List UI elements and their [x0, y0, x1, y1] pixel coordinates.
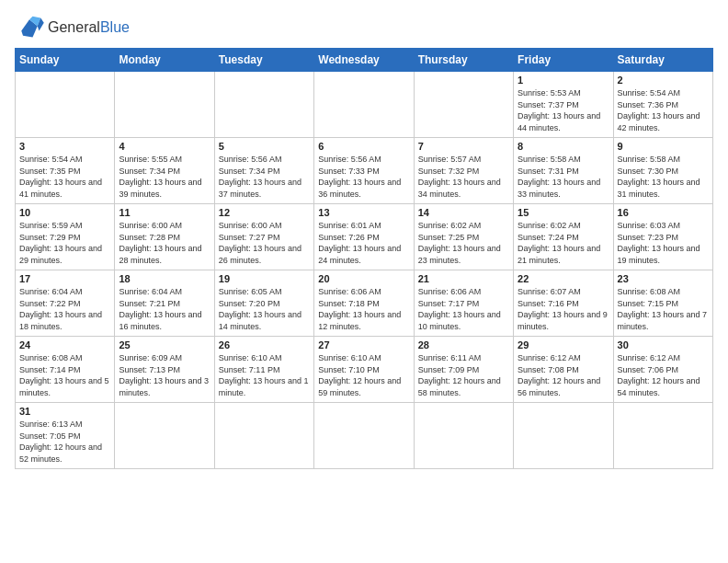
- day-info: Sunrise: 5:58 AM Sunset: 7:31 PM Dayligh…: [518, 154, 609, 200]
- day-info: Sunrise: 6:07 AM Sunset: 7:16 PM Dayligh…: [518, 286, 609, 332]
- weekday-header-sunday: Sunday: [16, 49, 115, 72]
- calendar-cell: 22Sunrise: 6:07 AM Sunset: 7:16 PM Dayli…: [514, 270, 613, 337]
- calendar-cell: [214, 72, 313, 138]
- calendar-cell: 12Sunrise: 6:00 AM Sunset: 7:27 PM Dayli…: [214, 204, 313, 270]
- calendar-cell: [414, 72, 513, 138]
- weekday-header-monday: Monday: [115, 49, 214, 72]
- day-info: Sunrise: 6:08 AM Sunset: 7:14 PM Dayligh…: [19, 352, 110, 398]
- day-info: Sunrise: 6:11 AM Sunset: 7:09 PM Dayligh…: [418, 352, 509, 398]
- day-number: 21: [418, 273, 509, 284]
- calendar-cell: 27Sunrise: 6:10 AM Sunset: 7:10 PM Dayli…: [314, 337, 414, 403]
- day-info: Sunrise: 5:54 AM Sunset: 7:36 PM Dayligh…: [618, 87, 709, 133]
- calendar-cell: [414, 403, 513, 469]
- day-info: Sunrise: 6:05 AM Sunset: 7:20 PM Dayligh…: [219, 286, 310, 332]
- calendar-cell: 8Sunrise: 5:58 AM Sunset: 7:31 PM Daylig…: [514, 138, 613, 204]
- day-number: 26: [219, 339, 310, 350]
- calendar-cell: 14Sunrise: 6:02 AM Sunset: 7:25 PM Dayli…: [414, 204, 513, 270]
- calendar-cell: [314, 403, 414, 469]
- day-number: 11: [119, 207, 210, 218]
- day-info: Sunrise: 6:13 AM Sunset: 7:05 PM Dayligh…: [19, 419, 110, 465]
- day-number: 4: [119, 141, 210, 152]
- logo-icon: [15, 15, 44, 40]
- calendar-cell: 31Sunrise: 6:13 AM Sunset: 7:05 PM Dayli…: [16, 403, 115, 469]
- day-number: 23: [618, 273, 709, 284]
- calendar-cell: [613, 403, 712, 469]
- weekday-header-saturday: Saturday: [613, 49, 712, 72]
- day-info: Sunrise: 6:08 AM Sunset: 7:15 PM Dayligh…: [618, 286, 709, 332]
- calendar-cell: 28Sunrise: 6:11 AM Sunset: 7:09 PM Dayli…: [414, 337, 513, 403]
- day-number: 17: [19, 273, 110, 284]
- calendar-cell: 24Sunrise: 6:08 AM Sunset: 7:14 PM Dayli…: [16, 337, 115, 403]
- day-number: 6: [318, 141, 409, 152]
- calendar-cell: 16Sunrise: 6:03 AM Sunset: 7:23 PM Dayli…: [613, 204, 712, 270]
- day-info: Sunrise: 6:04 AM Sunset: 7:21 PM Dayligh…: [119, 286, 210, 332]
- day-number: 13: [318, 207, 409, 218]
- calendar-cell: 5Sunrise: 5:56 AM Sunset: 7:34 PM Daylig…: [214, 138, 313, 204]
- day-number: 22: [518, 273, 609, 284]
- calendar-cell: 4Sunrise: 5:55 AM Sunset: 7:34 PM Daylig…: [115, 138, 214, 204]
- day-number: 24: [19, 339, 110, 350]
- day-number: 14: [418, 207, 509, 218]
- calendar-cell: 20Sunrise: 6:06 AM Sunset: 7:18 PM Dayli…: [314, 270, 414, 337]
- header: GeneralBlue: [15, 15, 713, 40]
- day-info: Sunrise: 5:57 AM Sunset: 7:32 PM Dayligh…: [418, 154, 509, 200]
- day-info: Sunrise: 6:02 AM Sunset: 7:24 PM Dayligh…: [518, 220, 609, 266]
- day-info: Sunrise: 6:02 AM Sunset: 7:25 PM Dayligh…: [418, 220, 509, 266]
- day-number: 8: [518, 141, 609, 152]
- calendar-cell: 7Sunrise: 5:57 AM Sunset: 7:32 PM Daylig…: [414, 138, 513, 204]
- day-number: 29: [518, 339, 609, 350]
- calendar-week-row: 10Sunrise: 5:59 AM Sunset: 7:29 PM Dayli…: [16, 204, 713, 270]
- calendar-cell: 6Sunrise: 5:56 AM Sunset: 7:33 PM Daylig…: [314, 138, 414, 204]
- day-info: Sunrise: 6:09 AM Sunset: 7:13 PM Dayligh…: [119, 352, 210, 398]
- calendar-table: SundayMondayTuesdayWednesdayThursdayFrid…: [15, 48, 713, 469]
- day-number: 19: [219, 273, 310, 284]
- day-info: Sunrise: 6:12 AM Sunset: 7:08 PM Dayligh…: [518, 352, 609, 398]
- day-info: Sunrise: 6:10 AM Sunset: 7:11 PM Dayligh…: [219, 352, 310, 398]
- day-number: 31: [19, 406, 110, 417]
- day-number: 30: [618, 339, 709, 350]
- calendar-cell: 21Sunrise: 6:06 AM Sunset: 7:17 PM Dayli…: [414, 270, 513, 337]
- calendar-cell: 9Sunrise: 5:58 AM Sunset: 7:30 PM Daylig…: [613, 138, 712, 204]
- calendar-cell: 10Sunrise: 5:59 AM Sunset: 7:29 PM Dayli…: [16, 204, 115, 270]
- calendar-cell: 18Sunrise: 6:04 AM Sunset: 7:21 PM Dayli…: [115, 270, 214, 337]
- calendar-cell: [16, 72, 115, 138]
- calendar-cell: [115, 403, 214, 469]
- logo-text: GeneralBlue: [48, 19, 130, 36]
- calendar-cell: [115, 72, 214, 138]
- calendar-week-row: 17Sunrise: 6:04 AM Sunset: 7:22 PM Dayli…: [16, 270, 713, 337]
- day-info: Sunrise: 5:53 AM Sunset: 7:37 PM Dayligh…: [518, 87, 609, 133]
- weekday-header-tuesday: Tuesday: [214, 49, 313, 72]
- calendar-cell: 30Sunrise: 6:12 AM Sunset: 7:06 PM Dayli…: [613, 337, 712, 403]
- day-info: Sunrise: 6:06 AM Sunset: 7:18 PM Dayligh…: [318, 286, 409, 332]
- calendar-cell: 23Sunrise: 6:08 AM Sunset: 7:15 PM Dayli…: [613, 270, 712, 337]
- weekday-header-friday: Friday: [514, 49, 613, 72]
- day-info: Sunrise: 6:00 AM Sunset: 7:27 PM Dayligh…: [219, 220, 310, 266]
- day-info: Sunrise: 5:56 AM Sunset: 7:34 PM Dayligh…: [219, 154, 310, 200]
- weekday-header-wednesday: Wednesday: [314, 49, 414, 72]
- calendar-cell: [514, 403, 613, 469]
- day-number: 12: [219, 207, 310, 218]
- day-info: Sunrise: 5:56 AM Sunset: 7:33 PM Dayligh…: [318, 154, 409, 200]
- calendar-cell: 2Sunrise: 5:54 AM Sunset: 7:36 PM Daylig…: [613, 72, 712, 138]
- day-info: Sunrise: 6:04 AM Sunset: 7:22 PM Dayligh…: [19, 286, 110, 332]
- day-number: 18: [119, 273, 210, 284]
- calendar-cell: 25Sunrise: 6:09 AM Sunset: 7:13 PM Dayli…: [115, 337, 214, 403]
- day-info: Sunrise: 5:58 AM Sunset: 7:30 PM Dayligh…: [618, 154, 709, 200]
- day-number: 9: [618, 141, 709, 152]
- logo: GeneralBlue: [15, 15, 130, 40]
- calendar-cell: 26Sunrise: 6:10 AM Sunset: 7:11 PM Dayli…: [214, 337, 313, 403]
- day-number: 2: [618, 75, 709, 86]
- weekday-header-thursday: Thursday: [414, 49, 513, 72]
- day-number: 10: [19, 207, 110, 218]
- day-info: Sunrise: 5:59 AM Sunset: 7:29 PM Dayligh…: [19, 220, 110, 266]
- calendar-cell: 11Sunrise: 6:00 AM Sunset: 7:28 PM Dayli…: [115, 204, 214, 270]
- day-number: 20: [318, 273, 409, 284]
- calendar-cell: 29Sunrise: 6:12 AM Sunset: 7:08 PM Dayli…: [514, 337, 613, 403]
- day-number: 1: [518, 75, 609, 86]
- calendar-header-row: SundayMondayTuesdayWednesdayThursdayFrid…: [16, 49, 713, 72]
- day-number: 28: [418, 339, 509, 350]
- day-info: Sunrise: 6:03 AM Sunset: 7:23 PM Dayligh…: [618, 220, 709, 266]
- day-info: Sunrise: 5:54 AM Sunset: 7:35 PM Dayligh…: [19, 154, 110, 200]
- calendar-cell: 15Sunrise: 6:02 AM Sunset: 7:24 PM Dayli…: [514, 204, 613, 270]
- day-info: Sunrise: 6:10 AM Sunset: 7:10 PM Dayligh…: [318, 352, 409, 398]
